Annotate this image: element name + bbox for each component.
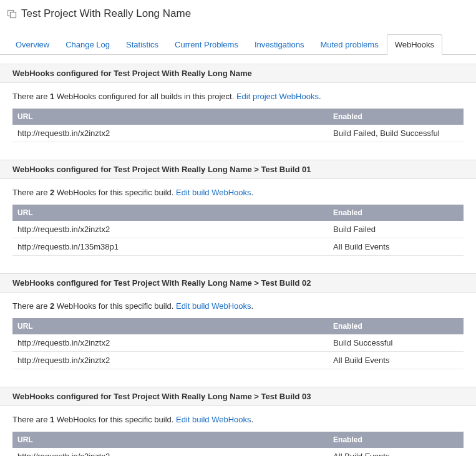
webhooks-section-build-02: WebHooks configured for Test Project Wit… [0,273,476,378]
tab-statistics[interactable]: Statistics [118,34,167,55]
col-url: URL [12,432,328,448]
summary-period: . [251,188,254,197]
edit-project-webhooks-link[interactable]: Edit project WebHooks [236,92,319,101]
section-header: WebHooks configured for Test Project Wit… [0,387,476,406]
section-summary: There are 1 WebHooks for this specific b… [12,415,464,424]
tab-overview[interactable]: Overview [7,34,57,55]
col-url: URL [12,109,328,125]
col-url: URL [12,205,328,221]
tab-current-problems[interactable]: Current Problems [167,34,246,55]
cell-url: http://requestb.in/135m38p1 [12,238,328,256]
webhooks-table: URL Enabled http://requestb.in/x2inztx2 … [12,318,464,369]
section-header: WebHooks configured for Test Project Wit… [0,273,476,293]
col-url: URL [12,318,328,334]
tab-investigations[interactable]: Investigations [246,34,313,55]
summary-suffix: WebHooks for this specific build. [54,415,176,424]
summary-suffix: WebHooks for this specific build. [54,301,176,311]
page-title: Test Project With Really Long Name [21,7,191,20]
summary-suffix: WebHooks configured for all builds in th… [54,92,236,101]
cell-enabled: Build Successful [328,334,464,352]
summary-prefix: There are [12,92,50,101]
section-body: There are 1 WebHooks for this specific b… [0,406,476,456]
cell-url: http://requestb.in/x2inztx2 [12,334,328,352]
tab-muted-problems[interactable]: Muted problems [312,34,386,55]
svg-rect-1 [11,12,16,18]
cell-enabled: All Build Events [328,238,464,256]
edit-build-webhooks-link[interactable]: Edit build WebHooks [176,188,251,197]
section-summary: There are 2 WebHooks for this specific b… [12,188,464,197]
summary-prefix: There are [12,415,50,424]
tab-change-log[interactable]: Change Log [57,34,118,55]
cell-enabled: All Build Events [328,352,464,369]
section-header: WebHooks configured for Test Project Wit… [0,64,476,83]
cell-enabled: All Build Events [328,448,464,456]
webhooks-section-project: WebHooks configured for Test Project Wit… [0,64,476,151]
section-body: There are 1 WebHooks configured for all … [0,83,476,151]
summary-period: . [319,92,321,101]
section-summary: There are 2 WebHooks for this specific b… [12,301,464,311]
table-row: http://requestb.in/x2inztx2 Build Failed [12,221,464,238]
table-row: http://requestb.in/x2inztx2 All Build Ev… [12,352,464,369]
edit-build-webhooks-link[interactable]: Edit build WebHooks [176,301,251,311]
table-row: http://requestb.in/135m38p1 All Build Ev… [12,238,464,256]
webhooks-table: URL Enabled http://requestb.in/x2inztx2 … [12,109,464,142]
summary-suffix: WebHooks for this specific build. [54,188,176,197]
cell-enabled: Build Failed [328,221,464,238]
summary-prefix: There are [12,301,50,311]
webhooks-section-build-03: WebHooks configured for Test Project Wit… [0,387,476,456]
section-body: There are 2 WebHooks for this specific b… [0,179,476,264]
col-enabled: Enabled [328,318,464,334]
edit-build-webhooks-link[interactable]: Edit build WebHooks [176,415,251,424]
col-enabled: Enabled [328,109,464,125]
webhooks-table: URL Enabled http://requestb.in/x2inztx2 … [12,205,464,256]
content: WebHooks configured for Test Project Wit… [0,64,476,456]
tabs: Overview Change Log Statistics Current P… [0,34,476,55]
col-enabled: Enabled [328,432,464,448]
table-row: http://requestb.in/x2inztx2 Build Failed… [12,125,464,142]
summary-period: . [251,301,254,311]
page-header: Test Project With Really Long Name [0,7,476,25]
section-body: There are 2 WebHooks for this specific b… [0,293,476,378]
summary-period: . [251,415,254,424]
summary-prefix: There are [12,188,50,197]
table-row: http://requestb.in/x2inztx2 Build Succes… [12,334,464,352]
webhooks-section-build-01: WebHooks configured for Test Project Wit… [0,160,476,264]
cell-url: http://requestb.in/x2inztx2 [12,221,328,238]
cell-enabled: Build Failed, Build Successful [328,125,464,142]
webhooks-table: URL Enabled http://requestb.in/x2inztx2 … [12,432,464,456]
table-row: http://requestb.in/x2inztx2 All Build Ev… [12,448,464,456]
col-enabled: Enabled [328,205,464,221]
project-icon [7,9,17,19]
cell-url: http://requestb.in/x2inztx2 [12,125,328,142]
section-summary: There are 1 WebHooks configured for all … [12,92,464,101]
cell-url: http://requestb.in/x2inztx2 [12,448,328,456]
tab-webhooks[interactable]: WebHooks [387,34,442,55]
section-header: WebHooks configured for Test Project Wit… [0,160,476,179]
cell-url: http://requestb.in/x2inztx2 [12,352,328,369]
